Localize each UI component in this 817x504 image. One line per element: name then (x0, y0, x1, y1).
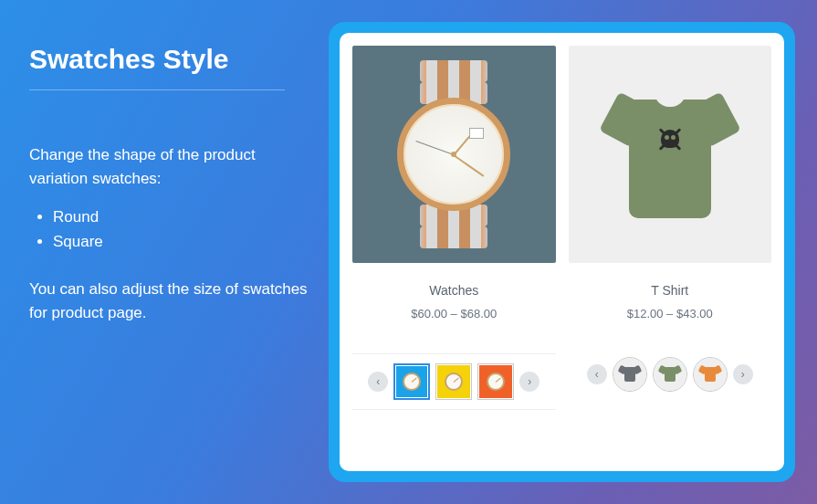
swatch-thumb (694, 358, 727, 391)
swatch-thumb (613, 358, 646, 391)
swatch-square[interactable] (393, 363, 430, 400)
chevron-right-icon: › (528, 375, 531, 388)
swatch-carousel: ‹ › (569, 353, 772, 395)
carousel-prev-button[interactable]: ‹ (368, 372, 388, 392)
description-2: You can also adjust the size of swatches… (29, 278, 310, 324)
product-price: $60.00 – $68.00 (411, 307, 497, 320)
divider (29, 89, 285, 90)
chevron-left-icon: ‹ (595, 368, 599, 381)
list-item: Round (53, 205, 310, 229)
carousel-prev-button[interactable]: ‹ (587, 364, 607, 384)
swatch-round[interactable] (653, 357, 687, 392)
product-card-tshirt: T Shirt $12.00 – $43.00 ‹ (569, 46, 772, 458)
info-panel: Swatches Style Change the shape of the p… (0, 0, 329, 504)
preview-panel: Watches $60.00 – $68.00 ‹ › (329, 22, 795, 482)
swatch-thumb (396, 366, 427, 397)
product-price: $12.00 – $43.00 (627, 307, 713, 320)
chevron-right-icon: › (741, 368, 745, 381)
swatch-round[interactable] (693, 357, 728, 392)
product-title[interactable]: Watches (429, 283, 478, 298)
preview-inner: Watches $60.00 – $68.00 ‹ › (340, 33, 784, 471)
style-options-list: Round Square (53, 205, 310, 254)
swatch-carousel: ‹ › (352, 353, 556, 410)
product-title[interactable]: T Shirt (651, 283, 688, 298)
watch-illustration (394, 58, 513, 250)
carousel-next-button[interactable]: › (733, 364, 753, 384)
swatch-round[interactable] (613, 357, 647, 392)
tshirt-illustration (602, 72, 738, 236)
list-item: Square (53, 229, 310, 254)
swatch-thumb (437, 365, 470, 398)
product-card-watches: Watches $60.00 – $68.00 ‹ › (352, 46, 556, 458)
swatch-thumb (479, 365, 512, 398)
carousel-next-button[interactable]: › (519, 372, 539, 392)
page-title: Swatches Style (29, 44, 310, 75)
chevron-left-icon: ‹ (376, 375, 380, 388)
description-1: Change the shape of the product variatio… (29, 143, 310, 190)
swatch-square[interactable] (477, 363, 514, 400)
product-image[interactable] (352, 46, 556, 263)
swatch-thumb (654, 358, 686, 391)
swatch-square[interactable] (435, 363, 472, 400)
product-image[interactable] (569, 46, 772, 263)
